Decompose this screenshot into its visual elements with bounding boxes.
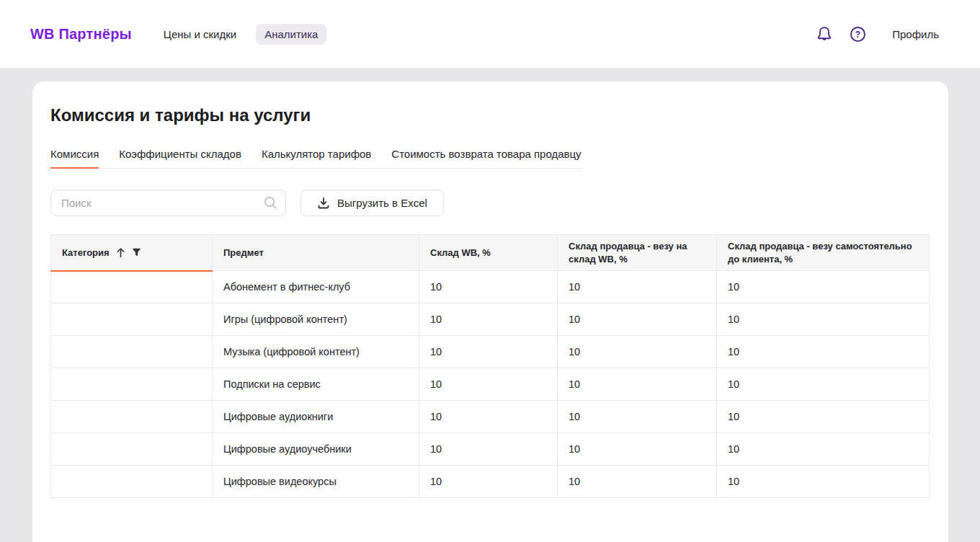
table-body: Абонемент в фитнес-клуб101010Игры (цифро… <box>51 271 930 498</box>
table-cell <box>51 466 213 498</box>
table-row: Музыка (цифровой контент)101010 <box>51 336 930 368</box>
table-cell: 10 <box>558 466 717 498</box>
table-cell <box>51 271 213 303</box>
table-cell: 10 <box>558 271 717 303</box>
table-cell: 10 <box>717 368 930 401</box>
table-cell: 10 <box>717 303 930 336</box>
export-excel-button[interactable]: Выгрузить в Excel <box>300 190 444 216</box>
column-header-seller-to-client: Склад продавца - везу самостоятельно до … <box>717 235 930 271</box>
table-cell: 10 <box>558 401 717 433</box>
table-cell: Цифровые видеокурсы <box>213 466 419 498</box>
sort-asc-icon[interactable] <box>116 247 125 258</box>
top-navbar: WB Партнёры Цены и скидки Аналитика ? Пр… <box>0 0 980 68</box>
column-header-category[interactable]: Категория <box>51 235 213 271</box>
nav-item-prices[interactable]: Цены и скидки <box>155 24 245 45</box>
wb-partners-logo[interactable]: WB Партнёры <box>30 26 132 43</box>
content-card: Комиссия и тарифы на услуги Комиссия Коэ… <box>32 81 948 542</box>
table-cell <box>51 336 213 368</box>
table-cell: Цифровые аудиоучебники <box>213 433 419 466</box>
table-cell: 10 <box>419 271 558 303</box>
table-cell: 10 <box>717 336 930 368</box>
export-excel-label: Выгрузить в Excel <box>337 197 427 209</box>
table-cell: 10 <box>558 336 717 368</box>
column-header-category-label: Категория <box>62 246 110 259</box>
main-nav: Цены и скидки Аналитика <box>155 24 327 45</box>
table-row: Цифровые аудиоучебники101010 <box>51 433 930 466</box>
table-header-row: Категория Предмет <box>51 235 930 271</box>
toolbar: Выгрузить в Excel <box>50 190 929 216</box>
table-cell: 10 <box>558 433 717 466</box>
download-icon <box>317 197 330 210</box>
table-cell: 10 <box>419 368 558 401</box>
table-cell <box>51 303 213 336</box>
column-header-wb-warehouse: Склад WB, % <box>419 235 558 271</box>
table-row: Абонемент в фитнес-клуб101010 <box>51 271 930 303</box>
table-cell <box>51 401 213 433</box>
table-cell <box>51 433 213 466</box>
table-cell: Игры (цифровой контент) <box>213 303 419 336</box>
commission-table: Категория Предмет <box>50 234 930 498</box>
table-cell: 10 <box>419 401 558 433</box>
table-cell: 10 <box>419 303 558 336</box>
table-cell: 10 <box>717 271 930 303</box>
profile-link[interactable]: Профиль <box>892 28 939 40</box>
search-input[interactable] <box>50 190 286 216</box>
table-cell: 10 <box>558 303 717 336</box>
table-row: Цифровые аудиокниги101010 <box>51 401 930 433</box>
tab-bar: Комиссия Коэффициенты складов Калькулято… <box>50 148 582 169</box>
page-title: Комиссия и тарифы на услуги <box>50 105 929 125</box>
nav-item-analytics[interactable]: Аналитика <box>256 24 326 45</box>
table-cell: 10 <box>717 433 930 466</box>
filter-icon[interactable] <box>132 248 141 257</box>
table-cell: 10 <box>558 368 717 401</box>
navbar-right: ? Профиль <box>816 25 939 43</box>
table-cell: Музыка (цифровой контент) <box>213 336 419 368</box>
table-cell: 10 <box>717 401 930 433</box>
table-cell <box>51 368 213 401</box>
search-icon <box>264 196 277 213</box>
table-cell: 10 <box>419 336 558 368</box>
tab-commission[interactable]: Комиссия <box>50 148 99 168</box>
tab-warehouse-coefficients[interactable]: Коэффициенты складов <box>119 148 241 168</box>
table-cell: Цифровые аудиокниги <box>213 401 419 433</box>
table-row: Игры (цифровой контент)101010 <box>51 303 930 336</box>
table-cell: 10 <box>717 466 930 498</box>
search-box <box>50 190 286 216</box>
table-cell: Подписки на сервис <box>213 368 419 401</box>
table-row: Цифровые видеокурсы101010 <box>51 466 930 498</box>
table-cell: 10 <box>419 466 558 498</box>
table-cell: 10 <box>419 433 558 466</box>
table-row: Подписки на сервис101010 <box>51 368 930 401</box>
tab-tariff-calculator[interactable]: Калькулятор тарифов <box>262 148 371 168</box>
tab-return-cost[interactable]: Стоимость возврата товара продавцу <box>391 148 581 168</box>
column-header-item: Предмет <box>213 235 419 271</box>
table-cell: Абонемент в фитнес-клуб <box>213 271 419 303</box>
svg-text:?: ? <box>855 29 860 39</box>
help-icon[interactable]: ? <box>850 26 866 43</box>
bell-icon[interactable] <box>816 25 832 43</box>
column-header-seller-to-wb: Склад продавца - везу на склад WB, % <box>558 235 717 271</box>
